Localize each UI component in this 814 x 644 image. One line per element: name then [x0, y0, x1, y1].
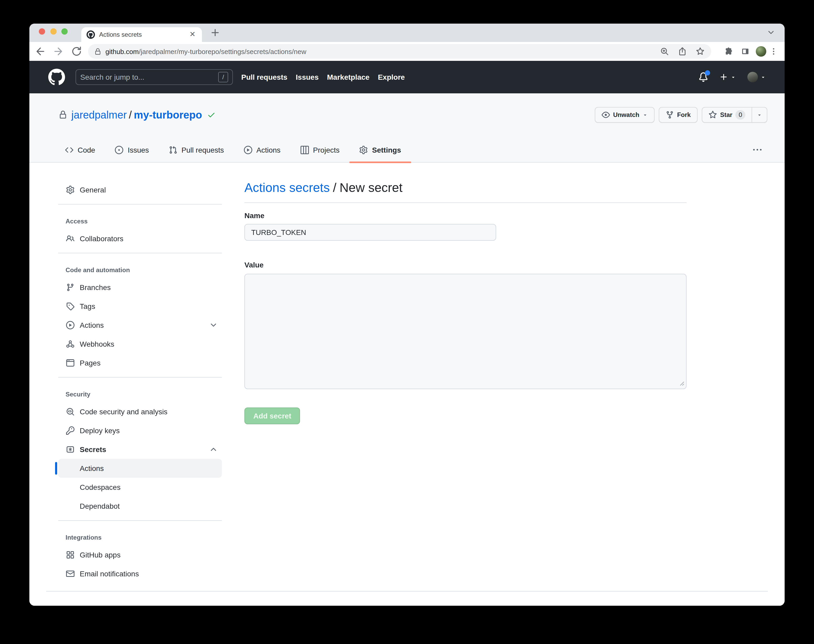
- browser-tab-strip: Actions secrets ✕: [29, 24, 785, 42]
- browser-profile-avatar[interactable]: [756, 46, 766, 57]
- header-nav-pull-requests[interactable]: Pull requests: [241, 73, 287, 81]
- zoom-in-icon[interactable]: [660, 47, 669, 56]
- sidebar-item-code-security-and-analysis[interactable]: Code security and analysis: [58, 402, 222, 421]
- tab-search-chevron-icon[interactable]: [767, 28, 775, 37]
- sidebar-item-collaborators[interactable]: Collaborators: [58, 229, 222, 248]
- user-avatar: [747, 72, 758, 82]
- sidebar-subitem-actions[interactable]: Actions: [58, 459, 222, 478]
- toolbar-right-icons: [724, 47, 750, 56]
- sidebar-item-email-notifications[interactable]: Email notifications: [58, 564, 222, 583]
- star-dropdown-button[interactable]: [752, 107, 767, 123]
- sidebar-item-secrets[interactable]: Secrets: [58, 440, 222, 459]
- repo-tab-settings[interactable]: Settings: [350, 138, 411, 162]
- unwatch-button[interactable]: Unwatch: [595, 107, 655, 123]
- star-count-badge: 0: [736, 110, 745, 120]
- mail-icon: [66, 569, 75, 578]
- fork-button-group: Fork: [659, 107, 697, 123]
- reload-button[interactable]: [71, 46, 82, 57]
- tab-close-icon[interactable]: ✕: [188, 31, 197, 39]
- sidebar-subitem-codespaces[interactable]: Codespaces: [58, 478, 222, 497]
- sidebar-item-label: GitHub apps: [80, 550, 121, 559]
- breadcrumb-separator: /: [333, 180, 336, 195]
- sidebar-section-code-and-automation: Code and automation: [58, 258, 222, 278]
- window-minimize-button[interactable]: [51, 28, 57, 35]
- screenshot-stage: Actions secrets ✕ github.com/jaredpalmer…: [0, 0, 814, 644]
- create-new-dropdown[interactable]: [720, 73, 736, 81]
- notifications-bell-icon[interactable]: [699, 72, 708, 82]
- star-icon: [708, 110, 717, 119]
- button-label: Fork: [677, 111, 691, 118]
- repo-separator: /: [129, 109, 132, 120]
- share-icon[interactable]: [678, 47, 687, 56]
- search-input[interactable]: [80, 73, 218, 81]
- sidebar-item-webhooks[interactable]: Webhooks: [58, 334, 222, 353]
- browser-tab[interactable]: Actions secrets ✕: [81, 27, 202, 42]
- sidebar-item-label: Secrets: [80, 445, 106, 454]
- repo-tab-actions[interactable]: Actions: [234, 138, 291, 162]
- extensions-icon[interactable]: [724, 47, 733, 56]
- breadcrumb-current: New secret: [340, 180, 403, 195]
- header-nav-issues[interactable]: Issues: [296, 73, 319, 81]
- branch-icon: [66, 283, 75, 291]
- tab-label: Issues: [128, 146, 149, 154]
- actions-secrets-link[interactable]: Actions secrets: [244, 180, 330, 195]
- textarea-resize-handle[interactable]: [680, 381, 684, 386]
- sidebar-item-github-apps[interactable]: GitHub apps: [58, 546, 222, 564]
- repo-name-link[interactable]: my-turborepo: [134, 109, 202, 120]
- apps-icon: [66, 550, 75, 559]
- forward-button[interactable]: [52, 46, 64, 57]
- add-secret-button[interactable]: Add secret: [244, 408, 300, 424]
- sidebar-item-label: Code security and analysis: [80, 408, 167, 416]
- code-icon: [65, 146, 74, 154]
- sidebar-item-label: Webhooks: [80, 340, 114, 348]
- secret-value-textarea[interactable]: [244, 274, 687, 389]
- user-menu[interactable]: [747, 72, 766, 82]
- bookmark-star-icon[interactable]: [696, 47, 705, 56]
- address-bar[interactable]: github.com/jaredpalmer/my-turborepo/sett…: [88, 44, 711, 59]
- secret-name-input[interactable]: [244, 224, 496, 241]
- key-icon: [66, 426, 75, 435]
- secrets-icon: [66, 445, 75, 454]
- tab-label: Settings: [372, 146, 401, 154]
- slash-key-hint: /: [218, 72, 228, 82]
- repo-tabs-overflow-kebab-icon[interactable]: [753, 146, 762, 154]
- browser-window: Actions secrets ✕ github.com/jaredpalmer…: [29, 24, 785, 606]
- sidebar-subitem-dependabot[interactable]: Dependabot: [58, 497, 222, 515]
- codescan-icon: [66, 408, 75, 416]
- button-label: Star: [720, 111, 733, 118]
- pr-icon: [169, 146, 177, 154]
- repo-tab-projects[interactable]: Projects: [291, 138, 350, 162]
- github-logo-icon[interactable]: [48, 69, 65, 86]
- repo-owner-link[interactable]: jaredpalmer: [71, 109, 127, 120]
- side-panel-icon[interactable]: [740, 47, 750, 56]
- window-zoom-button[interactable]: [61, 28, 67, 35]
- repo-tab-issues[interactable]: Issues: [105, 138, 159, 162]
- sidebar-divider: [58, 204, 222, 204]
- repo-tab-pull-requests[interactable]: Pull requests: [159, 138, 234, 162]
- sidebar-item-general[interactable]: General: [58, 180, 222, 199]
- window-close-button[interactable]: [39, 28, 45, 35]
- back-button[interactable]: [35, 46, 46, 57]
- caret-down-icon: [731, 75, 736, 80]
- github-search-box[interactable]: /: [75, 69, 233, 85]
- github-header: / Pull requestsIssuesMarketplaceExplore: [29, 61, 785, 94]
- tab-label: Actions: [256, 146, 281, 154]
- sidebar-item-label: General: [80, 186, 106, 194]
- sidebar-item-deploy-keys[interactable]: Deploy keys: [58, 421, 222, 440]
- header-nav-explore[interactable]: Explore: [378, 73, 405, 81]
- caret-down-icon: [757, 112, 762, 118]
- browser-menu-kebab-icon[interactable]: [769, 47, 778, 56]
- sidebar-item-pages[interactable]: Pages: [58, 353, 222, 373]
- sidebar-item-actions[interactable]: Actions: [58, 316, 222, 334]
- sidebar-item-tags[interactable]: Tags: [58, 297, 222, 316]
- sidebar-item-label: Actions: [80, 464, 104, 472]
- star-button-group: Star0: [702, 107, 767, 123]
- fork-button[interactable]: Fork: [659, 107, 697, 123]
- new-tab-button[interactable]: [210, 28, 220, 38]
- star-button[interactable]: Star0: [702, 107, 752, 123]
- repo-tab-code[interactable]: Code: [55, 138, 105, 162]
- header-nav-marketplace[interactable]: Marketplace: [327, 73, 369, 81]
- sidebar-item-branches[interactable]: Branches: [58, 278, 222, 297]
- sidebar-item-label: Dependabot: [80, 502, 120, 510]
- gear-icon: [66, 186, 75, 194]
